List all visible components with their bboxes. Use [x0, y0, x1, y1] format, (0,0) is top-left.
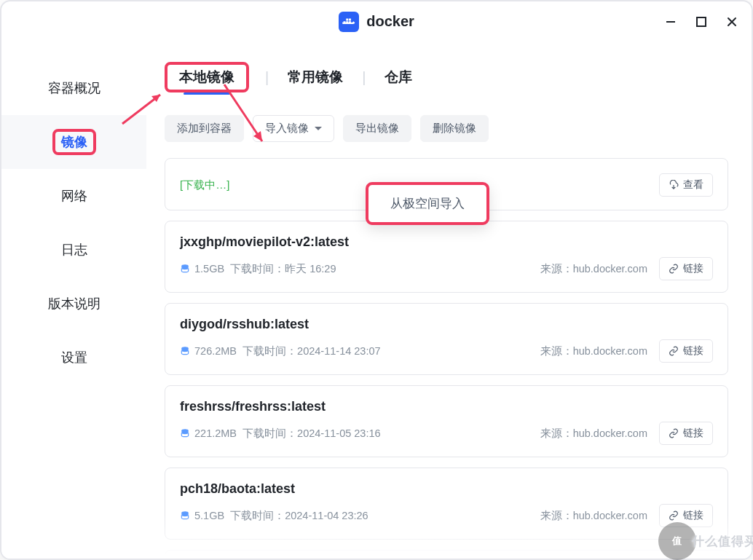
sidebar-item-overview[interactable]: 容器概况: [1, 61, 146, 115]
tab-common-images[interactable]: 常用镜像: [286, 65, 344, 90]
sidebar-label: 镜像: [52, 129, 96, 155]
export-image-button[interactable]: 导出镜像: [343, 115, 411, 142]
import-image-button[interactable]: 导入镜像: [253, 115, 334, 142]
import-dropdown-option[interactable]: 从极空间导入: [366, 182, 489, 225]
minimize-button[interactable]: [664, 15, 677, 28]
app-window: docker 容器概况 镜像 网络 日志 版本说明 设置 本地镜像 | 常用镜像…: [0, 0, 753, 560]
maximize-button[interactable]: [695, 15, 708, 28]
import-label: 导入镜像: [265, 122, 309, 135]
window-controls: [664, 1, 738, 42]
image-card: pch18/baota:latest 5.1GB 下载时间：2024-11-04…: [165, 468, 728, 540]
image-meta: 1.5GB 下载时间：昨天 16:29: [180, 262, 336, 276]
sidebar-item-network[interactable]: 网络: [1, 169, 146, 223]
tab-repository[interactable]: 仓库: [383, 65, 414, 90]
window-title: docker: [366, 13, 414, 30]
database-icon: [180, 264, 190, 274]
database-icon: [180, 428, 190, 438]
action-bar: 添加到容器 导入镜像 导出镜像 删除镜像: [165, 115, 728, 142]
link-icon: [669, 346, 679, 356]
svg-rect-4: [349, 18, 351, 20]
link-icon: [669, 264, 679, 274]
titlebar: docker: [1, 1, 752, 42]
sidebar-label: 网络: [61, 187, 87, 205]
tab-local-images[interactable]: 本地镜像: [178, 66, 236, 87]
add-to-container-button[interactable]: 添加到容器: [165, 115, 244, 142]
tab-separator: |: [362, 69, 366, 86]
sidebar-item-logs[interactable]: 日志: [1, 223, 146, 277]
link-button[interactable]: 链接: [659, 422, 713, 445]
database-icon: [180, 346, 190, 356]
svg-rect-5: [666, 21, 675, 23]
cloud-download-icon: [669, 180, 679, 190]
image-name: pch18/baota:latest: [180, 481, 713, 497]
image-card: freshrss/freshrss:latest 221.2MB 下载时间：20…: [165, 385, 728, 457]
sidebar-item-images[interactable]: 镜像: [1, 115, 146, 169]
link-icon: [669, 510, 679, 521]
link-button[interactable]: 链接: [659, 257, 713, 280]
svg-rect-6: [697, 17, 706, 26]
body: 容器概况 镜像 网络 日志 版本说明 设置 本地镜像 | 常用镜像 | 仓库 添…: [1, 42, 752, 559]
tab-bar: 本地镜像 | 常用镜像 | 仓库: [165, 61, 728, 93]
sidebar-item-release[interactable]: 版本说明: [1, 277, 146, 331]
image-card: diygod/rsshub:latest 726.2MB 下载时间：2024-1…: [165, 303, 728, 375]
image-name: freshrss/freshrss:latest: [180, 399, 713, 414]
image-card: usual2970/certimate:latest 142.2MB 下载时间：…: [165, 550, 728, 559]
link-icon: [669, 428, 679, 438]
download-status-text: [下载中…]: [180, 178, 229, 192]
close-button[interactable]: [725, 15, 738, 28]
link-button[interactable]: 链接: [659, 339, 713, 363]
title-wrap: docker: [339, 12, 414, 32]
view-button[interactable]: 查看: [659, 173, 713, 197]
view-label: 查看: [683, 178, 703, 192]
main: 本地镜像 | 常用镜像 | 仓库 添加到容器 导入镜像 导出镜像 删除镜像 [下…: [147, 42, 752, 559]
image-name: diygod/rsshub:latest: [180, 317, 713, 332]
svg-rect-3: [346, 18, 348, 20]
sidebar-label: 容器概况: [48, 79, 100, 97]
delete-image-button[interactable]: 删除镜像: [420, 115, 489, 142]
sidebar-label: 日志: [61, 241, 87, 259]
image-card: jxxghp/moviepilot-v2:latest 1.5GB 下载时间：昨…: [165, 221, 728, 293]
sidebar: 容器概况 镜像 网络 日志 版本说明 设置: [1, 42, 147, 559]
sidebar-label: 版本说明: [48, 295, 100, 312]
tab-separator: |: [265, 69, 269, 86]
image-name: jxxghp/moviepilot-v2:latest: [180, 234, 713, 250]
sidebar-label: 设置: [61, 349, 87, 366]
docker-icon: [339, 12, 359, 32]
database-icon: [180, 510, 190, 521]
link-button[interactable]: 链接: [659, 504, 713, 527]
sidebar-item-settings[interactable]: 设置: [1, 331, 146, 384]
